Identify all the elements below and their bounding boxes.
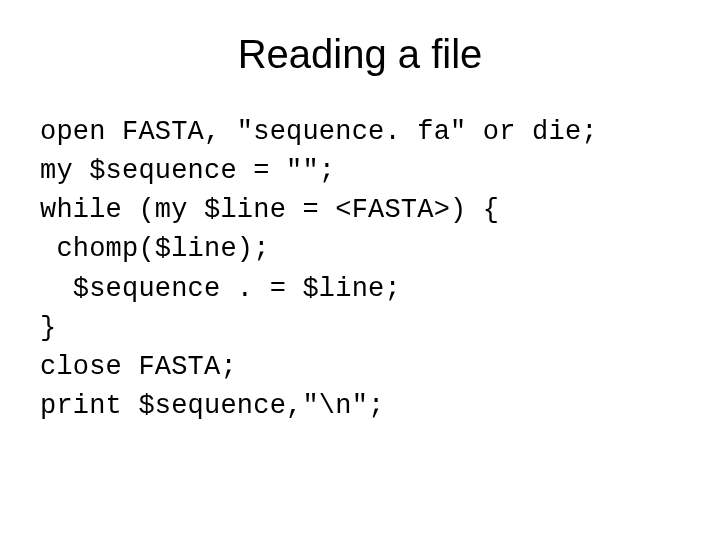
code-line: my $sequence = ""; (40, 156, 335, 186)
code-line: open FASTA, "sequence. fa" or die; (40, 117, 598, 147)
slide-title: Reading a file (40, 32, 680, 77)
slide: Reading a file open FASTA, "sequence. fa… (0, 0, 720, 540)
code-line: chomp($line); (40, 234, 270, 264)
code-line: while (my $line = <FASTA>) { (40, 195, 499, 225)
code-line: $sequence . = $line; (40, 274, 401, 304)
code-line: close FASTA; (40, 352, 237, 382)
code-line: } (40, 313, 56, 343)
code-line: print $sequence,"\n"; (40, 391, 384, 421)
code-block: open FASTA, "sequence. fa" or die; my $s… (40, 113, 680, 426)
